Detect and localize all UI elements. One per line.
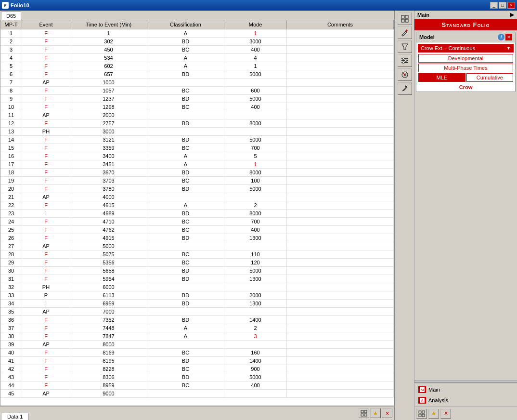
tool-settings-icon[interactable] bbox=[398, 54, 412, 67]
table-row[interactable]: 41 F 8195 BD 1400 bbox=[0, 357, 394, 365]
table-row[interactable]: 12 F 2757 BD 8000 bbox=[0, 119, 394, 128]
tool-filter-icon[interactable] bbox=[398, 40, 412, 53]
table-row[interactable]: 45 AP 9000 bbox=[0, 390, 394, 398]
cell-time: 7448 bbox=[70, 324, 147, 332]
cell-comments bbox=[287, 87, 394, 94]
cumulative-button[interactable]: Cumulative bbox=[466, 73, 514, 82]
tool-pencil-icon[interactable] bbox=[398, 26, 412, 39]
cell-mode bbox=[224, 79, 287, 86]
table-row[interactable]: 17 F 3451 A 1 bbox=[0, 160, 394, 169]
cell-id: 28 bbox=[0, 250, 22, 258]
analysis-link[interactable]: A Analysis bbox=[414, 395, 517, 406]
cell-classification: BC bbox=[147, 259, 224, 266]
table-row[interactable]: 22 F 4615 A 2 bbox=[0, 201, 394, 210]
table-row[interactable]: 27 AP 5000 bbox=[0, 242, 394, 250]
right-panel-grid-btn[interactable] bbox=[416, 409, 427, 419]
cell-comments bbox=[287, 226, 394, 234]
tool-compass-icon[interactable] bbox=[398, 68, 412, 81]
cell-mode: 1 bbox=[224, 29, 287, 37]
table-row[interactable]: 1 F 1 A 1 bbox=[0, 29, 394, 38]
cell-event: F bbox=[22, 29, 70, 37]
cell-event: AP bbox=[22, 390, 70, 397]
table-row[interactable]: 2 F 302 BD 3000 bbox=[0, 38, 394, 46]
table-row[interactable]: 20 F 3780 BD 5000 bbox=[0, 185, 394, 193]
table-row[interactable]: 44 F 8959 BC 400 bbox=[0, 381, 394, 390]
cell-id: 41 bbox=[0, 357, 22, 365]
table-row[interactable]: 28 F 5075 BC 110 bbox=[0, 250, 394, 259]
table-row[interactable]: 7 AP 1000 bbox=[0, 79, 394, 87]
table-row[interactable]: 18 F 3670 BD 8000 bbox=[0, 169, 394, 177]
table-row[interactable]: 37 F 7448 A 2 bbox=[0, 324, 394, 332]
table-row[interactable]: 3 F 450 BC 400 bbox=[0, 46, 394, 54]
right-panel-close-btn[interactable]: ✕ bbox=[440, 409, 451, 419]
table-row[interactable]: 38 F 7847 A 3 bbox=[0, 332, 394, 341]
table-row[interactable]: 11 AP 2000 bbox=[0, 111, 394, 119]
table-row[interactable]: 31 F 5954 BD 1300 bbox=[0, 275, 394, 283]
table-row[interactable]: 39 AP 8000 bbox=[0, 341, 394, 349]
table-row[interactable]: 34 I 6959 BD 1300 bbox=[0, 300, 394, 308]
developmental-button[interactable]: Developmental bbox=[418, 54, 513, 63]
table-row[interactable]: 16 F 3400 A 5 bbox=[0, 152, 394, 160]
tool-wrench-icon[interactable] bbox=[398, 82, 412, 95]
table-row[interactable]: 43 F 8306 BD 5000 bbox=[0, 373, 394, 381]
model-dropdown[interactable]: Crow Ext. - Continuous ▼ bbox=[418, 44, 514, 52]
maximize-button[interactable]: □ bbox=[499, 2, 506, 9]
table-row[interactable]: 33 P 6113 BD 2000 bbox=[0, 291, 394, 300]
table-row[interactable]: 36 F 7352 BD 1400 bbox=[0, 316, 394, 324]
cell-classification: BD bbox=[147, 210, 224, 217]
cell-comments bbox=[287, 193, 394, 201]
cell-time: 3703 bbox=[70, 177, 147, 184]
table-row[interactable]: 23 I 4689 BD 8000 bbox=[0, 210, 394, 218]
mle-button[interactable]: MLE bbox=[418, 73, 465, 82]
table-row[interactable]: 40 F 8169 BC 160 bbox=[0, 349, 394, 357]
table-row[interactable]: 25 F 4762 BC 400 bbox=[0, 226, 394, 234]
tab-d65[interactable]: D65 bbox=[1, 12, 21, 20]
minimize-button[interactable]: _ bbox=[490, 2, 498, 9]
info-icon[interactable]: i bbox=[498, 34, 504, 40]
cell-classification: BD bbox=[147, 70, 224, 78]
table-row[interactable]: 42 F 8228 BC 900 bbox=[0, 365, 394, 373]
close-bottom-button[interactable]: ✕ bbox=[382, 408, 392, 418]
right-panel-star-btn[interactable]: ★ bbox=[428, 409, 439, 419]
table-row[interactable]: 21 AP 4000 bbox=[0, 193, 394, 201]
table-row[interactable]: 35 AP 7000 bbox=[0, 308, 394, 316]
tool-grid-icon[interactable] bbox=[398, 13, 412, 25]
table-row[interactable]: 6 F 657 BD 5000 bbox=[0, 70, 394, 79]
table-row[interactable]: 9 F 1237 BD 5000 bbox=[0, 95, 394, 103]
table-row[interactable]: 4 F 534 A 4 bbox=[0, 54, 394, 62]
cell-mode: 8000 bbox=[224, 169, 287, 176]
grid-body[interactable]: 1 F 1 A 1 2 F 302 BD 3000 3 F 450 BC 400… bbox=[0, 29, 394, 406]
cell-mode: 400 bbox=[224, 46, 287, 53]
table-row[interactable]: 13 PH 3000 bbox=[0, 128, 394, 136]
table-row[interactable]: 19 F 3703 BC 100 bbox=[0, 177, 394, 185]
cell-event: F bbox=[22, 62, 70, 70]
close-button[interactable]: × bbox=[507, 2, 515, 9]
cell-mode bbox=[224, 283, 287, 291]
cell-comments bbox=[287, 275, 394, 283]
cell-time: 8195 bbox=[70, 357, 147, 365]
table-row[interactable]: 14 F 3121 BD 5000 bbox=[0, 136, 394, 144]
table-row[interactable]: 32 PH 6000 bbox=[0, 283, 394, 291]
svg-rect-3 bbox=[364, 414, 367, 416]
table-row[interactable]: 10 F 1298 BC 400 bbox=[0, 103, 394, 111]
cell-comments bbox=[287, 185, 394, 193]
cell-id: 19 bbox=[0, 177, 22, 184]
table-row[interactable]: 8 F 1057 BC 600 bbox=[0, 87, 394, 95]
multi-phase-button[interactable]: Multi-Phase Times bbox=[418, 64, 513, 72]
window-controls: _ □ × bbox=[490, 2, 515, 9]
table-row[interactable]: 29 F 5356 BC 120 bbox=[0, 259, 394, 267]
table-row[interactable]: 26 F 4915 BD 1300 bbox=[0, 234, 394, 242]
table-row[interactable]: 15 F 3359 BC 700 bbox=[0, 144, 394, 152]
panel-collapse-arrow[interactable]: ▶ bbox=[510, 12, 514, 18]
grid-view-button[interactable] bbox=[359, 408, 369, 418]
model-close-icon[interactable]: ✕ bbox=[505, 34, 512, 40]
sheet-tab-data1[interactable]: Data 1 bbox=[1, 413, 29, 420]
table-row[interactable]: 30 F 5658 BD 5000 bbox=[0, 267, 394, 275]
star-button[interactable]: ★ bbox=[370, 408, 381, 418]
cell-event: F bbox=[22, 267, 70, 275]
cell-event: F bbox=[22, 381, 70, 389]
table-row[interactable]: 24 F 4710 BC 700 bbox=[0, 218, 394, 226]
main-link[interactable]: M Main bbox=[414, 384, 517, 395]
table-row[interactable]: 5 F 602 A 1 bbox=[0, 62, 394, 70]
svg-point-14 bbox=[405, 60, 407, 62]
